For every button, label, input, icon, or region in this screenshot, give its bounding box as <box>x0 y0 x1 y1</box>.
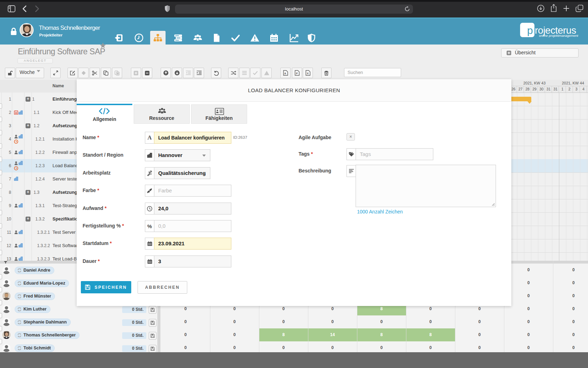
svg-text:online projektmanagement: online projektmanagement <box>539 34 578 38</box>
svg-text:A: A <box>284 72 286 75</box>
svg-text:p: p <box>527 25 533 36</box>
svg-text:X: X <box>307 72 308 75</box>
svg-text:P: P <box>296 72 298 75</box>
